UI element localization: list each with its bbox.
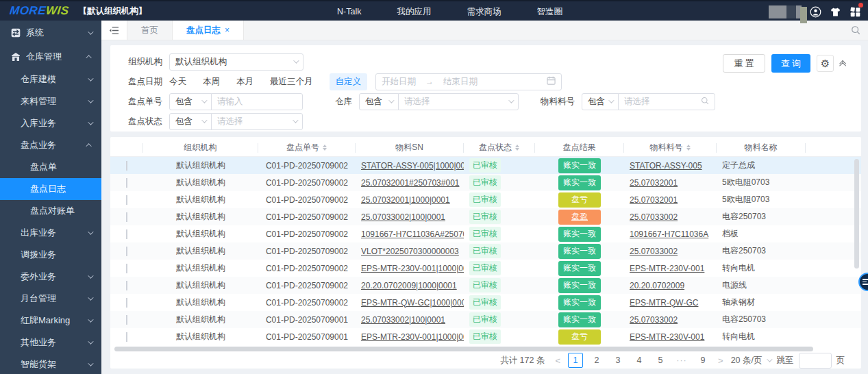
materialno-select[interactable]: 请选择 (618, 93, 715, 110)
cell-part_no-link[interactable]: 20.20.0702009 (630, 281, 684, 290)
date-option-1[interactable]: 本周 (203, 76, 220, 88)
sort-icon[interactable] (686, 145, 691, 151)
cell-sn-link[interactable]: EPS-MTR-230V-001|1000|0001 (361, 332, 464, 342)
row-checkbox[interactable] (126, 195, 127, 205)
cell-part_no-link[interactable]: 25.07033002 (630, 247, 678, 256)
cell-sn-link[interactable]: 20.20.0702009|1000|0001 (361, 281, 457, 290)
orderno-operator-select[interactable]: 包含 (169, 93, 212, 110)
search-icon[interactable] (843, 21, 868, 40)
date-option-0[interactable]: 今天 (169, 76, 186, 88)
page-number-2[interactable]: 2 (589, 353, 604, 368)
page-number-1[interactable]: 1 (568, 353, 583, 368)
sidebar-item-stocktake-order[interactable]: 盘点单 (0, 156, 101, 178)
cell-part_no-link[interactable]: 25.07032001 (630, 195, 678, 205)
result-badge-match[interactable]: 账实一致 (558, 244, 601, 259)
result-badge-match[interactable]: 账实一致 (558, 158, 601, 173)
result-badge-match[interactable]: 账实一致 (558, 278, 601, 293)
table-row[interactable]: 默认组织机构C01-PD-20250709002VLOT*20250703000… (110, 242, 861, 260)
table-row[interactable]: 默认组织机构C01-PD-20250709002EPS-MTR-230V-001… (110, 260, 861, 277)
page-number-5[interactable]: 5 (653, 353, 668, 368)
sidebar-item-inbound-business[interactable]: 入库业务 (0, 112, 101, 134)
row-checkbox[interactable] (126, 298, 127, 308)
sidebar-item-stocktake-log[interactable]: 盘点日志 (0, 178, 101, 200)
row-checkbox[interactable] (126, 161, 127, 171)
gear-icon[interactable]: ⚙ (817, 55, 834, 72)
cell-sn-link[interactable]: EPS-MTR-230V-001|1000|0001 (361, 264, 464, 273)
date-option-2[interactable]: 本月 (236, 76, 253, 88)
page-number-4[interactable]: 4 (632, 353, 647, 368)
org-select[interactable]: 默认组织机构 (169, 53, 303, 71)
result-badge-match[interactable]: 账实一致 (558, 261, 601, 276)
status-select[interactable]: 请选择 (211, 113, 303, 130)
cell-part_no-link[interactable]: 25.07033002 (630, 315, 678, 325)
reset-button[interactable]: 重置 (723, 54, 765, 73)
next-page-icon[interactable]: > (717, 356, 725, 366)
column-header-part_no[interactable]: 物料料号 (624, 143, 717, 153)
row-checkbox[interactable] (126, 264, 127, 273)
collapse-filters-icon[interactable] (840, 59, 847, 68)
date-option-3[interactable]: 最近三个月 (270, 76, 313, 88)
table-row[interactable]: 默认组织机构C01-PD-2025070900125.07033002|100|… (110, 311, 861, 328)
date-range-picker[interactable]: 开始日期 → 结束日期 (375, 73, 562, 90)
vertical-scrollbar[interactable] (854, 159, 859, 269)
sidebar-item-smart-shelf[interactable]: 智能货架 (0, 353, 101, 374)
sidebar-item-stocktake-reconciliation[interactable]: 盘点对账单 (0, 200, 101, 222)
column-header-order_no[interactable]: 盘点单号 (258, 143, 356, 153)
sidebar-item-dock-mgmt[interactable]: 月台管理 (0, 288, 101, 310)
prev-page-icon[interactable]: < (554, 356, 562, 366)
table-row[interactable]: 默认组织机构C01-PD-20250709002EPS-MTR-QW-GC|10… (110, 294, 861, 311)
warehouse-select[interactable]: 请选择 (398, 93, 519, 110)
apps-grid-icon[interactable] (849, 5, 861, 18)
cell-part_no-link[interactable]: 25.07033002 (630, 212, 678, 222)
date-option-custom[interactable]: 自定义 (330, 73, 368, 90)
topnav-item-smart-circle[interactable]: 智造圈 (536, 6, 562, 18)
result-badge-match[interactable]: 账实一致 (558, 295, 601, 310)
sidebar-item-other-business[interactable]: 其他业务 (0, 332, 101, 353)
tab-stocktake-log[interactable]: 盘点日志× (173, 21, 244, 40)
status-operator-select[interactable]: 包含 (169, 113, 212, 130)
topnav-item-n-talk[interactable]: N-Talk (337, 7, 361, 16)
warehouse-operator-select[interactable]: 包含 (359, 93, 399, 110)
horizontal-scrollbar[interactable] (114, 347, 813, 351)
topnav-item-my-apps[interactable]: 我的应用 (397, 6, 431, 18)
result-badge-match[interactable]: 账实一致 (558, 227, 601, 242)
sidebar-item-system[interactable]: 系统 (0, 21, 101, 45)
cell-part_no-link[interactable]: STATOR-ASSY-005 (630, 161, 702, 171)
shirt-icon[interactable] (829, 5, 841, 18)
table-row[interactable]: 默认组织机构C01-PD-202507090021091667-H7C11036… (110, 225, 861, 242)
row-checkbox[interactable] (126, 247, 127, 256)
cell-part_no-link[interactable]: 25.07032001 (630, 178, 678, 188)
sort-icon[interactable] (515, 145, 519, 151)
tab-home[interactable]: 首页 (127, 21, 173, 40)
cell-sn-link[interactable]: 25.07033002|100|0001 (361, 212, 445, 222)
table-row[interactable]: 默认组织机构C01-PD-20250709002STATOR-ASSY-005|… (110, 157, 861, 174)
result-badge-loss[interactable]: 盘亏 (558, 329, 601, 345)
materialno-operator-select[interactable]: 包含 (582, 93, 619, 110)
column-header-status[interactable]: 盘点状态 (464, 143, 535, 153)
search-button[interactable]: 查询 (771, 54, 810, 73)
sidebar-item-outsourcing-business[interactable]: 委外业务 (0, 266, 101, 288)
page-ellipsis[interactable]: ··· (674, 353, 689, 368)
sidebar-item-warehouse-mgmt[interactable]: 仓库管理 (0, 45, 101, 68)
close-icon[interactable]: × (225, 25, 230, 35)
sidebar-item-outbound-business[interactable]: 出库业务 (0, 222, 101, 244)
cell-sn-link[interactable]: 25.07032001|1000|0001 (361, 195, 450, 205)
jump-page-input[interactable] (799, 353, 832, 369)
result-badge-match[interactable]: 账实一致 (558, 175, 601, 190)
row-checkbox[interactable] (126, 178, 127, 188)
sidebar-item-incoming-material[interactable]: 来料管理 (0, 90, 101, 112)
user-avatar-icon[interactable] (809, 5, 821, 18)
cell-part_no-link[interactable]: EPS-MTR-230V-001 (630, 332, 704, 342)
orderno-input[interactable]: 请输入 (211, 93, 303, 110)
topnav-item-demand-market[interactable]: 需求商场 (467, 6, 501, 18)
table-row[interactable]: 默认组织机构C01-PD-2025070900220.20.0702009|10… (110, 277, 861, 294)
cell-part_no-link[interactable]: EPS-MTR-230V-001 (630, 264, 704, 273)
sidebar-item-warehouse-modeling[interactable]: 仓库建模 (0, 68, 101, 90)
cell-part_no-link[interactable]: EPS-MTR-QW-GC (630, 298, 698, 308)
cell-part_no-link[interactable]: 1091667-H7C11036A (630, 229, 708, 239)
table-row[interactable]: 默认组织机构C01-PD-2025070900225.07032001#2507… (110, 174, 861, 191)
sidebar-item-stocktake-business[interactable]: 盘点业务 (0, 134, 101, 156)
cell-sn-link[interactable]: VLOT*2025070300000003 (361, 247, 459, 256)
page-number-3[interactable]: 3 (610, 353, 625, 368)
sidebar-item-transfer-business[interactable]: 调拨业务 (0, 244, 101, 266)
